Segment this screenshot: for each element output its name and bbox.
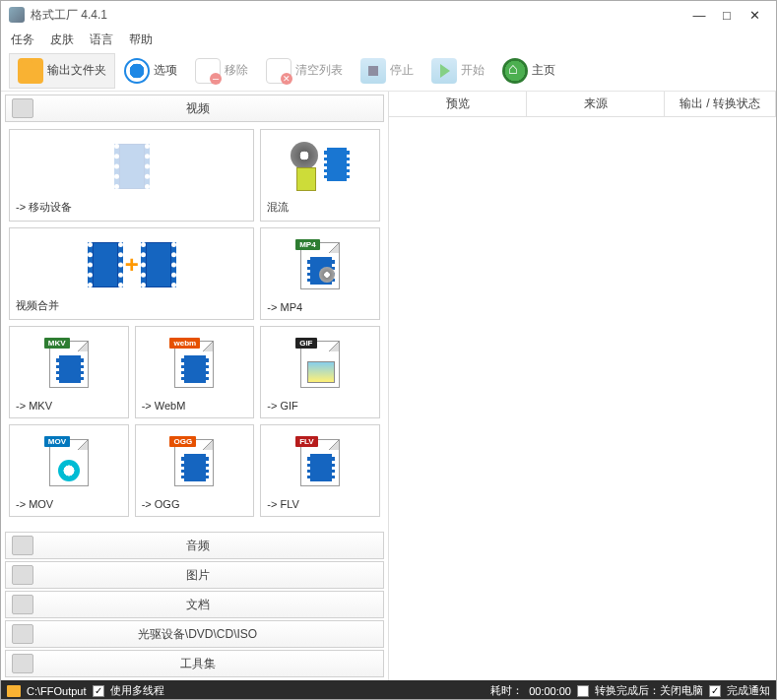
col-preview[interactable]: 预览 xyxy=(389,92,527,116)
options-button[interactable]: 选项 xyxy=(115,53,186,89)
window-title: 格式工厂 4.4.1 xyxy=(31,7,685,24)
status-folder-icon[interactable] xyxy=(7,685,21,697)
tools-icon xyxy=(12,654,33,673)
home-button[interactable]: 主页 xyxy=(493,53,564,89)
home-label: 主页 xyxy=(532,62,555,79)
ogg-icon: OGG xyxy=(174,439,214,486)
remove-label: 移除 xyxy=(225,62,248,79)
mkv-icon: MKV xyxy=(49,341,89,388)
card-gif-label: -> GIF xyxy=(267,400,297,412)
picture-icon xyxy=(12,565,33,585)
shutdown-checkbox[interactable] xyxy=(577,685,589,697)
merge-icon: + xyxy=(88,242,176,287)
card-mp4[interactable]: MP4 -> MP4 xyxy=(260,227,380,320)
document-icon xyxy=(12,595,33,614)
output-folder-label: 输出文件夹 xyxy=(47,62,106,79)
card-mp4-label: -> MP4 xyxy=(267,301,302,313)
video-options: -> 移动设备 混流 + 视频合并 MP4 -> MP4 MKV -> MKV xyxy=(3,123,386,531)
card-mux-label: 混流 xyxy=(267,200,289,215)
multithread-label: 使用多线程 xyxy=(110,683,164,698)
category-audio-label: 音频 xyxy=(39,538,356,554)
start-button[interactable]: 开始 xyxy=(422,53,493,89)
card-ogg[interactable]: OGG -> OGG xyxy=(135,424,255,517)
elapsed-time: 00:00:00 xyxy=(529,685,571,697)
menu-language[interactable]: 语言 xyxy=(90,32,113,48)
app-icon xyxy=(9,7,25,23)
stop-button[interactable]: 停止 xyxy=(352,53,422,89)
card-flv-label: -> FLV xyxy=(267,498,299,510)
stop-label: 停止 xyxy=(390,62,414,79)
clear-icon xyxy=(266,58,291,84)
menu-skin[interactable]: 皮肤 xyxy=(50,32,74,48)
col-status[interactable]: 输出 / 转换状态 xyxy=(665,92,776,116)
category-panel: 视频 -> 移动设备 混流 + 视频合并 MP4 -> MP4 xyxy=(1,92,389,680)
maximize-button[interactable]: □ xyxy=(713,8,741,23)
task-list-header: 预览 来源 输出 / 转换状态 xyxy=(389,92,776,117)
category-disc[interactable]: 光驱设备\DVD\CD\ISO xyxy=(5,620,384,648)
card-mov-label: -> MOV xyxy=(16,498,53,510)
shutdown-label: 转换完成后：关闭电脑 xyxy=(595,683,703,698)
card-mobile-label: -> 移动设备 xyxy=(16,200,72,215)
output-folder-button[interactable]: 输出文件夹 xyxy=(9,53,115,89)
close-button[interactable]: ✕ xyxy=(741,8,768,23)
film-icon xyxy=(12,98,33,118)
mux-icon xyxy=(291,142,350,191)
mobile-icon xyxy=(16,136,247,196)
music-icon xyxy=(12,536,33,555)
home-icon xyxy=(502,58,528,84)
category-document-label: 文档 xyxy=(39,597,356,613)
menu-help[interactable]: 帮助 xyxy=(129,32,153,48)
col-source[interactable]: 来源 xyxy=(527,92,665,116)
card-merge-label: 视频合并 xyxy=(16,298,59,313)
card-webm[interactable]: webm -> WebM xyxy=(135,326,255,418)
category-picture[interactable]: 图片 xyxy=(5,561,384,589)
card-mkv-label: -> MKV xyxy=(16,400,52,412)
flv-icon: FLV xyxy=(300,439,340,486)
card-mov[interactable]: MOV -> MOV xyxy=(9,424,129,517)
category-document[interactable]: 文档 xyxy=(5,591,384,618)
minimize-button[interactable]: — xyxy=(685,8,713,23)
disc-icon xyxy=(12,624,33,644)
mov-icon: MOV xyxy=(49,439,89,486)
card-mux[interactable]: 混流 xyxy=(260,129,380,222)
category-video-label: 视频 xyxy=(39,100,356,117)
gear-icon xyxy=(124,58,150,84)
task-list-panel: 预览 来源 输出 / 转换状态 xyxy=(389,92,776,680)
mp4-icon: MP4 xyxy=(300,242,340,289)
clear-label: 清空列表 xyxy=(295,62,343,79)
category-tools[interactable]: 工具集 xyxy=(5,650,384,677)
category-tools-label: 工具集 xyxy=(39,656,356,672)
remove-icon xyxy=(195,58,221,84)
gif-icon: GIF xyxy=(300,341,340,388)
webm-icon: webm xyxy=(174,341,214,388)
notify-label: 完成通知 xyxy=(727,683,770,698)
clear-list-button[interactable]: 清空列表 xyxy=(257,53,352,89)
status-bar: C:\FFOutput ✓ 使用多线程 耗时： 00:00:00 转换完成后：关… xyxy=(1,680,776,700)
card-flv[interactable]: FLV -> FLV xyxy=(260,424,380,517)
output-path[interactable]: C:\FFOutput xyxy=(27,685,87,697)
folder-icon xyxy=(18,58,43,84)
card-webm-label: -> WebM xyxy=(142,400,186,412)
category-disc-label: 光驱设备\DVD\CD\ISO xyxy=(39,626,356,643)
stop-icon xyxy=(360,58,386,84)
card-mobile-device[interactable]: -> 移动设备 xyxy=(9,129,254,222)
start-label: 开始 xyxy=(461,62,485,79)
remove-button[interactable]: 移除 xyxy=(186,53,257,89)
options-label: 选项 xyxy=(154,62,177,79)
category-audio[interactable]: 音频 xyxy=(5,532,384,559)
card-gif[interactable]: GIF -> GIF xyxy=(260,326,380,418)
multithread-checkbox[interactable]: ✓ xyxy=(93,685,104,697)
elapsed-label: 耗时： xyxy=(490,683,523,698)
menu-task[interactable]: 任务 xyxy=(11,32,34,48)
card-video-merge[interactable]: + 视频合并 xyxy=(9,227,254,320)
card-ogg-label: -> OGG xyxy=(142,498,180,510)
play-icon xyxy=(431,58,457,84)
category-video[interactable]: 视频 xyxy=(5,95,384,122)
notify-checkbox[interactable]: ✓ xyxy=(709,685,721,697)
card-mkv[interactable]: MKV -> MKV xyxy=(9,326,129,418)
category-picture-label: 图片 xyxy=(39,567,356,584)
task-list-body xyxy=(389,117,776,680)
